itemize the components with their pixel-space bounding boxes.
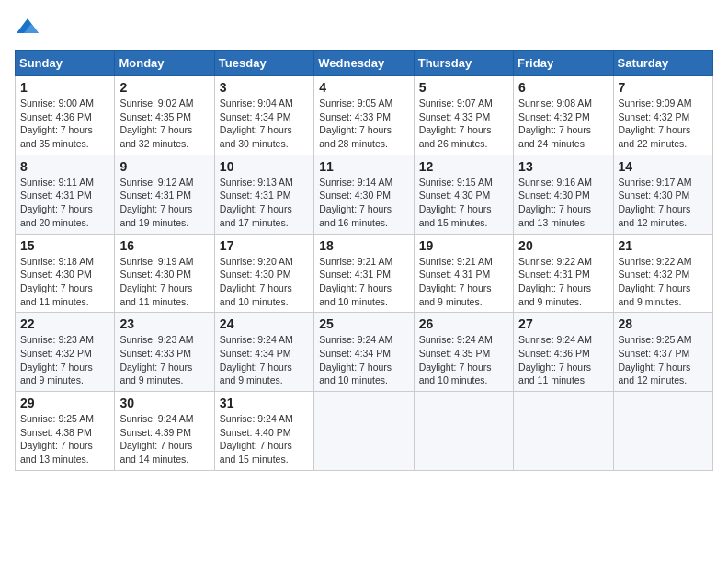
day-info: Sunrise: 9:13 AM Sunset: 4:31 PM Dayligh… [220,176,309,230]
sunrise-label: Sunrise: 9:22 AM [518,256,592,267]
sunset-label: Sunset: 4:33 PM [119,348,191,359]
sunrise-label: Sunrise: 9:24 AM [518,334,592,345]
daylight-label: Daylight: 7 hours and 14 minutes. [119,440,192,465]
sunset-label: Sunset: 4:34 PM [319,348,391,359]
sunset-label: Sunset: 4:31 PM [119,190,191,201]
daylight-label: Daylight: 7 hours and 30 minutes. [220,124,292,149]
calendar-cell: 31 Sunrise: 9:24 AM Sunset: 4:40 PM Dayl… [214,392,313,471]
calendar-cell: 10 Sunrise: 9:13 AM Sunset: 4:31 PM Dayl… [214,155,313,234]
sunrise-label: Sunrise: 9:22 AM [619,256,692,267]
day-info: Sunrise: 9:24 AM Sunset: 4:35 PM Dayligh… [419,333,508,387]
calendar-cell: 19 Sunrise: 9:21 AM Sunset: 4:31 PM Dayl… [414,234,513,313]
day-number: 29 [20,396,109,410]
day-info: Sunrise: 9:21 AM Sunset: 4:31 PM Dayligh… [319,255,408,309]
sunrise-label: Sunrise: 9:24 AM [319,334,392,345]
daylight-label: Daylight: 7 hours and 10 minutes. [319,362,392,386]
sunrise-label: Sunrise: 9:05 AM [319,98,392,109]
sunrise-label: Sunrise: 9:02 AM [119,98,193,109]
day-info: Sunrise: 9:25 AM Sunset: 4:38 PM Dayligh… [20,412,109,466]
day-info: Sunrise: 9:25 AM Sunset: 4:37 PM Dayligh… [619,333,708,387]
daylight-label: Daylight: 7 hours and 13 minutes. [518,203,591,228]
calendar-week-2: 8 Sunrise: 9:11 AM Sunset: 4:31 PM Dayli… [16,155,713,234]
day-number: 10 [220,159,309,174]
day-number: 8 [20,159,109,174]
sunrise-label: Sunrise: 9:25 AM [619,334,692,345]
calendar-cell [613,392,712,471]
daylight-label: Daylight: 7 hours and 12 minutes. [619,362,691,386]
sunset-label: Sunset: 4:31 PM [419,269,491,280]
sunset-label: Sunset: 4:30 PM [220,269,291,280]
day-number: 30 [119,396,209,410]
calendar-cell: 4 Sunrise: 9:05 AM Sunset: 4:33 PM Dayli… [314,76,414,155]
daylight-label: Daylight: 7 hours and 10 minutes. [419,362,492,386]
sunset-label: Sunset: 4:32 PM [619,111,690,122]
day-number: 12 [419,159,508,174]
day-number: 9 [119,159,209,174]
sunset-label: Sunset: 4:34 PM [220,348,291,359]
sunset-label: Sunset: 4:31 PM [220,190,291,201]
day-info: Sunrise: 9:19 AM Sunset: 4:30 PM Dayligh… [119,255,209,309]
day-info: Sunrise: 9:08 AM Sunset: 4:32 PM Dayligh… [518,97,608,151]
day-info: Sunrise: 9:21 AM Sunset: 4:31 PM Dayligh… [419,255,508,309]
day-number: 2 [119,80,209,95]
calendar-cell: 13 Sunrise: 9:16 AM Sunset: 4:30 PM Dayl… [514,155,613,234]
day-number: 6 [518,80,608,95]
sunset-label: Sunset: 4:30 PM [119,269,191,280]
sunset-label: Sunset: 4:32 PM [518,111,590,122]
header-day-friday: Friday [514,51,613,76]
calendar-cell: 15 Sunrise: 9:18 AM Sunset: 4:30 PM Dayl… [16,234,115,313]
calendar-header: SundayMondayTuesdayWednesdayThursdayFrid… [16,51,713,76]
logo-icon [15,15,40,40]
day-info: Sunrise: 9:07 AM Sunset: 4:33 PM Dayligh… [419,97,508,151]
calendar-week-1: 1 Sunrise: 9:00 AM Sunset: 4:36 PM Dayli… [16,76,713,155]
daylight-label: Daylight: 7 hours and 9 minutes. [119,362,192,386]
daylight-label: Daylight: 7 hours and 9 minutes. [619,282,691,307]
sunset-label: Sunset: 4:35 PM [119,111,191,122]
calendar-cell: 24 Sunrise: 9:24 AM Sunset: 4:34 PM Dayl… [214,313,313,392]
day-number: 18 [319,238,408,253]
day-info: Sunrise: 9:05 AM Sunset: 4:33 PM Dayligh… [319,97,408,151]
sunrise-label: Sunrise: 9:24 AM [220,413,293,424]
day-number: 20 [518,238,608,253]
calendar-cell: 20 Sunrise: 9:22 AM Sunset: 4:31 PM Dayl… [514,234,613,313]
day-info: Sunrise: 9:17 AM Sunset: 4:30 PM Dayligh… [619,176,708,230]
daylight-label: Daylight: 7 hours and 20 minutes. [20,203,93,228]
calendar-cell: 30 Sunrise: 9:24 AM Sunset: 4:39 PM Dayl… [115,392,214,471]
calendar-cell: 17 Sunrise: 9:20 AM Sunset: 4:30 PM Dayl… [214,234,313,313]
calendar-cell: 11 Sunrise: 9:14 AM Sunset: 4:30 PM Dayl… [314,155,414,234]
calendar-cell [514,392,613,471]
sunrise-label: Sunrise: 9:21 AM [319,256,392,267]
sunrise-label: Sunrise: 9:23 AM [20,334,94,345]
day-info: Sunrise: 9:24 AM Sunset: 4:40 PM Dayligh… [220,412,309,466]
sunrise-label: Sunrise: 9:16 AM [518,177,592,188]
calendar-cell: 29 Sunrise: 9:25 AM Sunset: 4:38 PM Dayl… [16,392,115,471]
calendar-cell: 27 Sunrise: 9:24 AM Sunset: 4:36 PM Dayl… [514,313,613,392]
daylight-label: Daylight: 7 hours and 17 minutes. [220,203,292,228]
day-number: 1 [20,80,109,95]
day-number: 26 [419,316,508,331]
sunset-label: Sunset: 4:31 PM [319,269,391,280]
sunset-label: Sunset: 4:30 PM [20,269,92,280]
day-number: 15 [20,238,109,253]
calendar-cell: 1 Sunrise: 9:00 AM Sunset: 4:36 PM Dayli… [16,76,115,155]
sunrise-label: Sunrise: 9:18 AM [20,256,94,267]
sunrise-label: Sunrise: 9:24 AM [119,413,193,424]
sunrise-label: Sunrise: 9:11 AM [20,177,94,188]
sunset-label: Sunset: 4:30 PM [619,190,690,201]
day-number: 5 [419,80,508,95]
day-info: Sunrise: 9:22 AM Sunset: 4:32 PM Dayligh… [619,255,708,309]
day-number: 23 [119,316,209,331]
daylight-label: Daylight: 7 hours and 16 minutes. [319,203,392,228]
sunset-label: Sunset: 4:37 PM [619,348,690,359]
sunset-label: Sunset: 4:36 PM [518,348,590,359]
daylight-label: Daylight: 7 hours and 9 minutes. [20,362,93,386]
sunrise-label: Sunrise: 9:25 AM [20,413,94,424]
calendar-table: SundayMondayTuesdayWednesdayThursdayFrid… [15,50,713,471]
daylight-label: Daylight: 7 hours and 15 minutes. [419,203,492,228]
daylight-label: Daylight: 7 hours and 13 minutes. [20,440,93,465]
sunset-label: Sunset: 4:30 PM [518,190,590,201]
header-day-wednesday: Wednesday [314,51,414,76]
sunrise-label: Sunrise: 9:17 AM [619,177,692,188]
day-info: Sunrise: 9:12 AM Sunset: 4:31 PM Dayligh… [119,176,209,230]
sunrise-label: Sunrise: 9:24 AM [419,334,493,345]
